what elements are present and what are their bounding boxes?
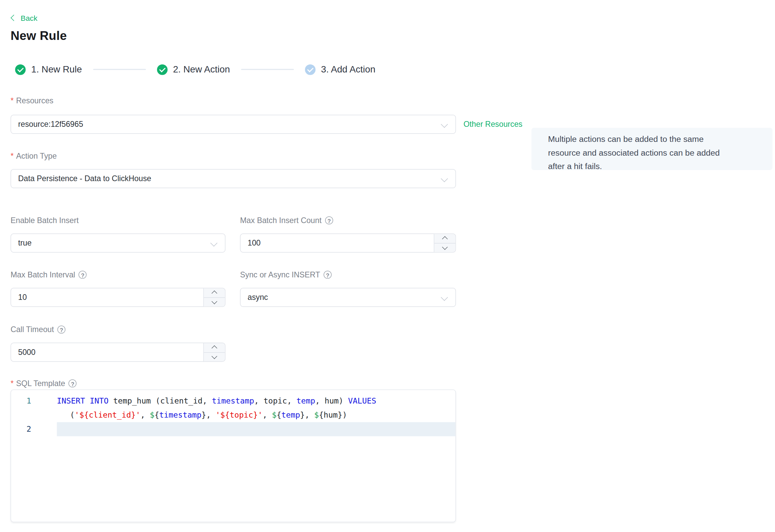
code-row: 2 <box>11 422 456 436</box>
new-rule-page: Back New Rule 1. New Rule2. New Action3.… <box>0 0 775 532</box>
step-item[interactable]: 1. New Rule <box>15 64 82 75</box>
help-icon[interactable]: ? <box>325 216 333 224</box>
code-token-dollar: $ <box>150 411 155 420</box>
number-spinner <box>434 234 456 252</box>
other-resources-link[interactable]: Other Resources <box>464 120 523 129</box>
code-token-pl: , topic, <box>254 396 296 406</box>
gutter-spacer <box>31 394 35 408</box>
line-number: 2 <box>11 422 31 436</box>
code-token-str: '${topic}' <box>216 411 263 420</box>
help-icon[interactable]: ? <box>324 271 332 279</box>
max-batch-interval-label: Max Batch Interval ? <box>11 270 87 279</box>
code-token-kw: VALUES <box>348 396 376 406</box>
help-icon[interactable]: ? <box>79 271 87 279</box>
required-asterisk: * <box>11 152 14 161</box>
steps-bar: 1. New Rule2. New Action3. Add Action <box>15 64 375 75</box>
code-token-kw: INSERT <box>57 396 85 406</box>
max-batch-interval-input[interactable]: 10 <box>11 288 226 307</box>
code-token-kw: timestamp <box>212 396 254 406</box>
sync-async-select[interactable]: async <box>240 288 456 307</box>
decrease-button[interactable] <box>434 243 456 252</box>
code-token-pl: , <box>141 411 150 420</box>
step-label: 2. New Action <box>173 64 230 75</box>
step-check-icon-pending <box>305 64 316 75</box>
code-line <box>57 422 456 436</box>
sync-async-value: async <box>241 288 456 307</box>
code-token-pl: {hum}) <box>319 411 347 420</box>
info-box: Multiple actions can be added to the sam… <box>531 128 773 170</box>
decrease-button[interactable] <box>204 353 225 361</box>
resources-select[interactable]: resource:12f56965 <box>11 115 456 134</box>
code-token-pl: }, <box>202 411 216 420</box>
enable-batch-select[interactable]: true <box>11 233 226 253</box>
code-line: INSERT INTO temp_hum (client_id, timesta… <box>57 394 456 408</box>
code-token-kw: timestamp <box>159 411 202 420</box>
step-connector <box>241 69 294 70</box>
enable-batch-label: Enable Batch Insert <box>11 216 79 225</box>
step-item[interactable]: 2. New Action <box>157 64 230 75</box>
chevron-down-icon <box>442 244 448 250</box>
sql-template-editor[interactable]: 1INSERT INTO temp_hum (client_id, timest… <box>11 389 456 522</box>
code-token-pl: }, <box>300 411 314 420</box>
decrease-button[interactable] <box>204 298 225 306</box>
call-timeout-input[interactable]: 5000 <box>11 343 226 362</box>
resources-label: * Resources <box>11 96 54 105</box>
code-token-kw: temp <box>281 411 300 420</box>
code-token-pl: , <box>263 411 272 420</box>
code-token-dollar: $ <box>272 411 277 420</box>
action-type-select[interactable]: Data Persistence - Data to ClickHouse <box>11 169 456 188</box>
check-icon <box>17 66 23 72</box>
info-line: Multiple actions can be added to the sam… <box>548 132 759 146</box>
chevron-down-icon <box>212 299 217 304</box>
code-line: ('${client_id}', ${timestamp}, '${topic}… <box>57 408 456 422</box>
gutter-spacer <box>31 422 35 436</box>
help-icon[interactable]: ? <box>57 326 65 334</box>
max-batch-count-label: Max Batch Insert Count ? <box>240 216 333 225</box>
check-icon <box>159 66 165 72</box>
sync-async-label: Sync or Async INSERT ? <box>240 270 332 279</box>
sql-code-rows: 1INSERT INTO temp_hum (client_id, timest… <box>11 390 456 436</box>
step-check-icon-done <box>15 64 26 75</box>
code-token-pl <box>85 396 90 406</box>
chevron-down-icon <box>212 353 217 359</box>
action-type-label: * Action Type <box>11 152 57 161</box>
required-asterisk: * <box>11 96 14 105</box>
help-icon[interactable]: ? <box>69 379 77 387</box>
increase-button[interactable] <box>434 234 456 244</box>
increase-button[interactable] <box>204 343 225 353</box>
chevron-left-icon <box>11 15 17 21</box>
code-row: ('${client_id}', ${timestamp}, '${topic}… <box>11 408 456 422</box>
line-number <box>11 408 31 422</box>
max-batch-interval-value: 10 <box>11 288 225 307</box>
step-item[interactable]: 3. Add Action <box>305 64 375 75</box>
line-number: 1 <box>11 394 31 408</box>
sql-template-label: * SQL Template ? <box>11 379 77 388</box>
check-icon <box>307 66 313 72</box>
back-label: Back <box>21 14 38 22</box>
info-line: after a hit fails. <box>548 160 759 173</box>
required-asterisk: * <box>11 379 14 388</box>
action-type-value: Data Persistence - Data to ClickHouse <box>11 170 456 188</box>
step-check-icon-done <box>157 64 168 75</box>
code-token-str: '${client_id}' <box>75 411 141 420</box>
chevron-up-icon <box>212 345 217 351</box>
code-token-dollar: $ <box>314 411 319 420</box>
gutter-spacer <box>31 408 35 422</box>
max-batch-count-value: 100 <box>241 234 456 252</box>
call-timeout-value: 5000 <box>11 343 225 361</box>
step-connector <box>93 69 146 70</box>
step-label: 1. New Rule <box>31 64 82 75</box>
enable-batch-value: true <box>11 234 225 252</box>
max-batch-count-input[interactable]: 100 <box>240 233 456 253</box>
code-token-pl: , hum) <box>315 396 348 406</box>
code-token-kw: INTO <box>90 396 109 406</box>
step-label: 3. Add Action <box>321 64 375 75</box>
back-link[interactable]: Back <box>12 14 38 22</box>
info-line: resource and associated actions can be a… <box>548 146 759 160</box>
code-token-pl: temp_hum (client_id, <box>109 396 212 406</box>
code-token-pl: ( <box>70 411 75 420</box>
code-token-pl: { <box>155 411 159 420</box>
increase-button[interactable] <box>204 288 225 298</box>
chevron-up-icon <box>442 236 448 242</box>
number-spinner <box>203 343 225 361</box>
